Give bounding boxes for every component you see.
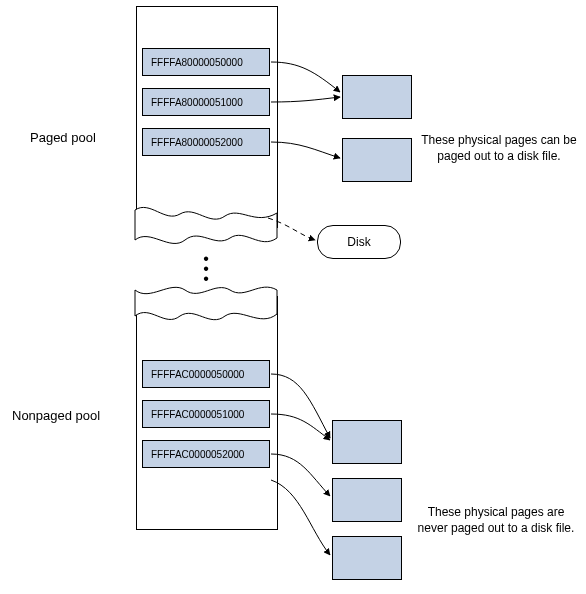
paged-cell-1-addr: FFFFA80000051000 xyxy=(151,97,243,108)
continuation-dots: ••• xyxy=(200,254,214,284)
paged-pool-column xyxy=(136,6,278,228)
nonpaged-note: These physical pages are never paged out… xyxy=(412,488,580,537)
nonpaged-cell-2: FFFFAC0000052000 xyxy=(142,440,270,468)
paged-note-text: These physical pages can be paged out to… xyxy=(421,133,576,163)
nonpaged-pool-label: Nonpaged pool xyxy=(12,408,100,423)
paged-note: These physical pages can be paged out to… xyxy=(420,116,578,165)
nonpaged-cell-1: FFFFAC0000051000 xyxy=(142,400,270,428)
nonpaged-phys-page-1 xyxy=(332,478,402,522)
paged-pool-label: Paged pool xyxy=(30,130,96,145)
paged-phys-page-1 xyxy=(342,138,412,182)
nonpaged-cell-0: FFFFAC0000050000 xyxy=(142,360,270,388)
nonpaged-pool-label-text: Nonpaged pool xyxy=(12,408,100,423)
paged-cell-2-addr: FFFFA80000052000 xyxy=(151,137,243,148)
paged-cell-0-addr: FFFFA80000050000 xyxy=(151,57,243,68)
nonpaged-cell-0-addr: FFFFAC0000050000 xyxy=(151,369,244,380)
nonpaged-cell-1-addr: FFFFAC0000051000 xyxy=(151,409,244,420)
memory-pools-diagram: FFFFA80000050000 FFFFA80000051000 FFFFA8… xyxy=(0,0,586,594)
paged-cell-0: FFFFA80000050000 xyxy=(142,48,270,76)
paged-phys-page-0 xyxy=(342,75,412,119)
nonpaged-phys-page-0 xyxy=(332,420,402,464)
disk-label: Disk xyxy=(347,235,370,249)
disk-node: Disk xyxy=(317,225,401,259)
nonpaged-phys-page-2 xyxy=(332,536,402,580)
paged-pool-label-text: Paged pool xyxy=(30,130,96,145)
nonpaged-note-text: These physical pages are never paged out… xyxy=(418,505,575,535)
paged-cell-1: FFFFA80000051000 xyxy=(142,88,270,116)
paged-cell-2: FFFFA80000052000 xyxy=(142,128,270,156)
nonpaged-cell-2-addr: FFFFAC0000052000 xyxy=(151,449,244,460)
